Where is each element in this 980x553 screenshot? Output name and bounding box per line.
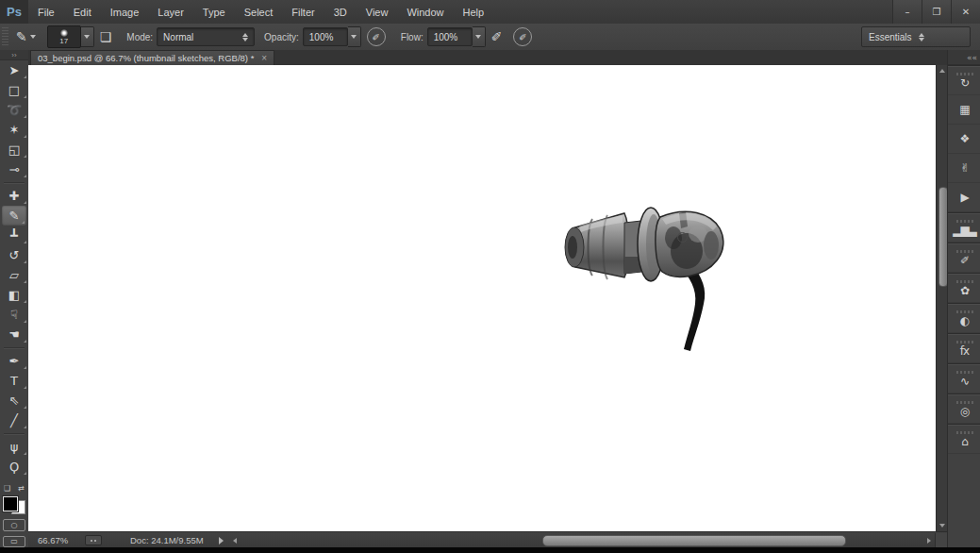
mode-dropdown[interactable]: Normal xyxy=(157,27,255,46)
opacity-value: 100% xyxy=(309,32,334,42)
toggle-brush-panel-button[interactable]: ❏ xyxy=(100,29,112,44)
color-panel[interactable]: ✿ xyxy=(948,273,980,303)
status-bar: 66.67% Doc: 24.1M/9.55M xyxy=(28,531,947,548)
scroll-down-icon[interactable] xyxy=(939,524,945,528)
canvas[interactable] xyxy=(28,65,936,531)
scroll-left-icon[interactable] xyxy=(233,538,237,544)
tool-presets-panel[interactable]: ✌ xyxy=(948,154,980,183)
zoom-tool[interactable]: Ϙ xyxy=(0,457,28,477)
flow-dropdown[interactable]: 100% xyxy=(427,26,486,47)
lasso-tool[interactable]: ➰ xyxy=(0,100,28,120)
updown-caret-icon xyxy=(242,33,248,42)
close-button[interactable]: ✕ xyxy=(951,0,980,24)
actions-panel[interactable]: ▶ xyxy=(948,183,980,212)
notes-panel[interactable]: ⌂ xyxy=(948,424,980,454)
earbud-sketch xyxy=(555,198,762,425)
color-controls: ❏ ⇄ xyxy=(0,482,28,493)
scroll-up-icon[interactable] xyxy=(939,69,945,73)
swap-colors-icon[interactable]: ⇄ xyxy=(18,484,25,493)
brush-tip-preview xyxy=(60,29,68,37)
menu-filter[interactable]: Filter xyxy=(282,0,324,24)
workspace-value: Essentials xyxy=(869,32,913,42)
clone-stamp-tool[interactable]: ┻ xyxy=(0,226,28,245)
horizontal-scrollbar[interactable] xyxy=(231,534,933,546)
layers-panel[interactable]: ❖ xyxy=(948,125,980,154)
chevron-down-icon xyxy=(84,35,90,39)
options-bar-grip[interactable] xyxy=(2,27,8,46)
path-selection-tool[interactable]: ⇖ xyxy=(0,391,28,411)
smudge-tool[interactable]: ☟ xyxy=(0,305,28,325)
adjustments-panel[interactable]: ◐ xyxy=(948,303,980,333)
scrollbar-corner-gripper xyxy=(935,533,947,547)
styles-panel[interactable]: fx xyxy=(948,333,980,363)
channels-panel[interactable]: ◎ xyxy=(948,394,980,424)
menu-layer[interactable]: Layer xyxy=(148,0,193,24)
foreground-color-swatch[interactable] xyxy=(3,496,18,511)
zoom-level-field[interactable]: 66.67% xyxy=(34,535,77,545)
flow-caret[interactable] xyxy=(473,26,486,47)
move-tool[interactable]: ➤ xyxy=(0,60,28,80)
document-tab[interactable]: 03_begin.psd @ 66.7% (thumbnail sketches… xyxy=(30,50,274,65)
burn-tool[interactable]: ☚ xyxy=(0,325,28,344)
history-brush-tool[interactable]: ↺ xyxy=(0,245,28,265)
menu-3d[interactable]: 3D xyxy=(324,0,357,24)
menu-edit[interactable]: Edit xyxy=(64,0,101,24)
healing-brush-tool[interactable]: ✚ xyxy=(0,186,28,206)
eraser-tool[interactable]: ▱ xyxy=(0,265,28,285)
horizontal-scrollbar-thumb[interactable] xyxy=(542,535,846,546)
menu-view[interactable]: View xyxy=(357,0,398,24)
histogram-panel[interactable]: ▂▆▃ xyxy=(948,212,980,243)
mode-label: Mode: xyxy=(126,32,153,42)
menu-help[interactable]: Help xyxy=(454,0,494,24)
flow-label: Flow: xyxy=(401,32,424,42)
document-size-info: Doc: 24.1M/9.55M xyxy=(130,535,204,545)
eyedropper-tool[interactable]: ⊸ xyxy=(0,159,28,179)
properties-panel[interactable]: ∿ xyxy=(948,363,980,394)
options-bar: ✎ 17 ❏ Mode: Normal Opacity: 100% ✐ Flow… xyxy=(0,24,980,51)
tab-close-icon[interactable]: × xyxy=(261,53,267,63)
menu-file[interactable]: File xyxy=(28,0,64,24)
gradient-tool[interactable]: ◧ xyxy=(0,285,28,305)
tools-panel: ›› ➤□➰✶◱⊸✚✎┻↺▱◧☟☚✒T⇖╱ψϘ ❏ ⇄ ○ ▭ xyxy=(0,50,29,547)
brush-preset-caret[interactable] xyxy=(81,26,94,47)
minimize-button[interactable]: – xyxy=(892,0,922,24)
opacity-label: Opacity: xyxy=(264,32,299,42)
quick-mask-button[interactable]: ○ xyxy=(3,519,25,530)
foreground-background-swatches xyxy=(3,496,25,514)
brush-tool[interactable]: ✎ xyxy=(2,206,26,226)
updown-caret-icon xyxy=(919,33,963,42)
tool-preset-picker[interactable]: ✎ xyxy=(12,27,40,46)
brush-presets-panel[interactable]: ✐ xyxy=(948,243,980,273)
scroll-right-icon[interactable] xyxy=(927,538,931,544)
vertical-scrollbar-thumb[interactable] xyxy=(938,187,948,287)
crop-tool[interactable]: ◱ xyxy=(0,140,28,159)
rectangular-marquee-tool[interactable]: □ xyxy=(0,80,28,100)
quick-selection-tool[interactable]: ✶ xyxy=(0,120,28,140)
pressure-size-button[interactable]: ✐ xyxy=(513,27,532,46)
type-tool[interactable]: T xyxy=(0,371,28,391)
pressure-opacity-button[interactable]: ✐ xyxy=(367,27,386,46)
status-flyout-arrow-icon[interactable] xyxy=(219,537,224,545)
default-colors-icon[interactable]: ❏ xyxy=(4,484,10,493)
maximize-button[interactable]: ❐ xyxy=(922,0,951,24)
menu-select[interactable]: Select xyxy=(235,0,283,24)
workspace-switcher[interactable]: Essentials xyxy=(861,26,971,47)
pen-tool[interactable]: ✒ xyxy=(0,351,28,371)
menu-type[interactable]: Type xyxy=(193,0,235,24)
document-tab-bar: 03_begin.psd @ 66.7% (thumbnail sketches… xyxy=(28,50,947,66)
dock-expand-button[interactable]: «« xyxy=(948,50,980,65)
window-bottom-edge xyxy=(0,547,980,553)
panel-icon-list: ↻▦❖✌▶▂▆▃✐✿◐fx∿◎⌂ xyxy=(948,65,980,454)
brush-preset-picker[interactable]: 17 xyxy=(47,25,94,48)
line-tool[interactable]: ╱ xyxy=(0,411,28,430)
swatches-panel[interactable]: ▦ xyxy=(948,95,980,125)
opacity-dropdown[interactable]: 100% xyxy=(303,26,361,47)
history-panel[interactable]: ↻ xyxy=(948,65,980,95)
screen-mode-button[interactable]: ▭ xyxy=(3,536,25,547)
toolbar-collapse-button[interactable]: ›› xyxy=(0,50,28,60)
airbrush-button[interactable]: ✐ xyxy=(491,29,503,44)
menu-window[interactable]: Window xyxy=(397,0,453,24)
opacity-caret[interactable] xyxy=(348,26,361,47)
hand-tool[interactable]: ψ xyxy=(0,437,28,457)
menu-image[interactable]: Image xyxy=(101,0,149,24)
